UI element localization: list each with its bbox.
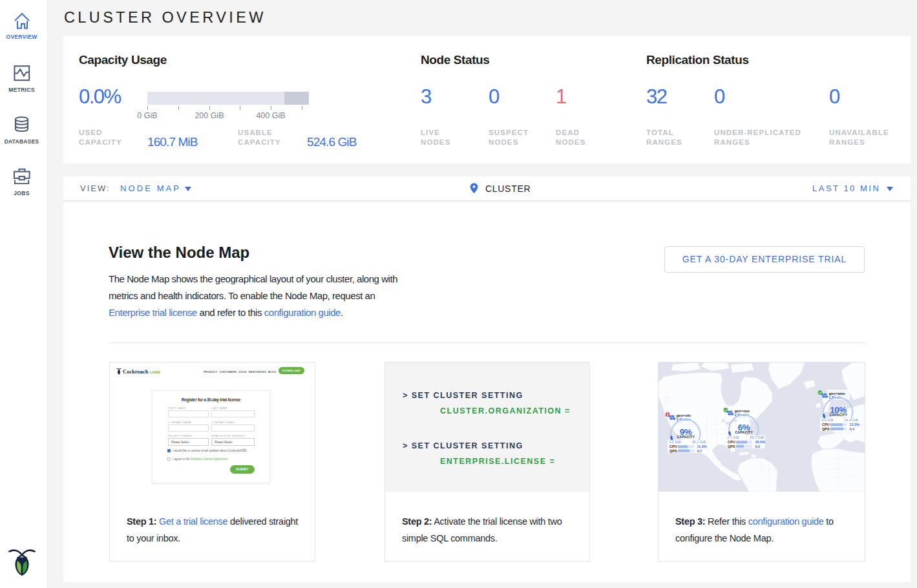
- svg-text:35.1 GiB: 35.1 GiB: [692, 440, 706, 444]
- svg-text:3.6 GiB: 3.6 GiB: [821, 418, 834, 422]
- svg-text:CAPACITY: CAPACITY: [735, 430, 753, 434]
- svg-text:42.5%: 42.5%: [755, 440, 765, 444]
- svg-text:QPS: QPS: [669, 449, 677, 453]
- svg-text:CPU: CPU: [728, 440, 735, 444]
- svg-text:11.0%: 11.0%: [697, 445, 706, 448]
- svg-text:CAPACITY: CAPACITY: [677, 435, 695, 439]
- svg-text:CAPACITY: CAPACITY: [829, 413, 847, 417]
- svg-text:QPS: QPS: [728, 445, 735, 448]
- svg-text:4.7: 4.7: [697, 449, 702, 453]
- svg-text:0.4: 0.4: [849, 427, 855, 431]
- svg-text:QPS: QPS: [822, 427, 830, 431]
- svg-text:0.0: 0.0: [755, 445, 760, 448]
- svg-text:3.2 GiB: 3.2 GiB: [669, 440, 681, 444]
- svg-text:34.4 GiB: 34.4 GiB: [845, 418, 859, 422]
- svg-text:3.7 GiB: 3.7 GiB: [727, 436, 739, 439]
- svg-text:CPU: CPU: [669, 445, 677, 448]
- svg-text:13.3%: 13.3%: [849, 423, 859, 426]
- svg-text:CPU: CPU: [822, 423, 830, 426]
- svg-text:45.7 GiB: 45.7 GiB: [750, 436, 764, 439]
